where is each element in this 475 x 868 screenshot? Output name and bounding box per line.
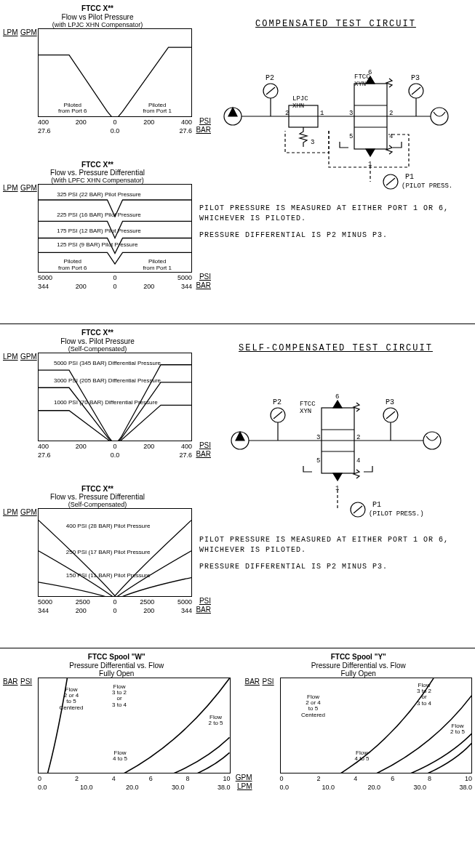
svg-text:P3: P3: [386, 398, 394, 406]
svg-text:(PILOT PRESS.): (PILOT PRESS.): [402, 182, 452, 190]
chart-c3: FTCC X** Flow vs. Pilot Pressure (Self-C…: [3, 329, 192, 481]
plot-area: 35500 30400 20300 200 10100 00 Flow2 or …: [38, 678, 231, 773]
x1-label: PSI: [199, 273, 211, 281]
chart-c4: FTCC X** Flow vs. Pressure Differential …: [3, 485, 192, 637]
line-label: Flow3 to 2or3 to 4: [104, 684, 135, 709]
chart-subtitle: Flow vs Pilot Pressure: [3, 13, 192, 21]
svg-text:P2: P2: [266, 74, 274, 82]
svg-line-4: [266, 87, 275, 95]
line-label: Flow2 to 5: [445, 723, 470, 736]
svg-text:LPJC: LPJC: [292, 95, 308, 103]
section-self-compensated: FTCC X** Flow vs. Pilot Pressure (Self-C…: [0, 324, 475, 648]
plot-area: 3810 308 6 204 102 00 325 PSI (22 BAR) P…: [38, 184, 192, 273]
circuit-diagram-icon: P2 6 1 32 54 FTCCXYN P3 P1 (PILOT PRESS.…: [227, 361, 445, 528]
chart-title: FTCC X**: [3, 161, 192, 169]
line-label: 150 PSI (11 BAR) Pilot Pressure: [66, 573, 151, 579]
plot-area: 3810 308 6 204 102 00 Pilotedfrom Port 6…: [38, 28, 192, 117]
chart-note: Fully Open: [245, 670, 473, 678]
plot-area: 35500 30400 20300 200 10100 00 Flow2 or …: [280, 678, 473, 773]
chart-title: FTCC X**: [3, 329, 192, 337]
y1-label: BAR: [3, 678, 18, 686]
chart-note: Fully Open: [3, 670, 231, 678]
circuit-diagram-icon: P2 LPJCXHN 21 3 6 1 32 54 FTCCXYN P3: [220, 36, 452, 196]
svg-line-25: [412, 87, 420, 95]
line-label: 125 PSI (9 BAR) Pilot Pressure: [57, 242, 137, 248]
annot-left: Pilotedfrom Port 6: [51, 259, 95, 271]
svg-text:1: 1: [320, 110, 324, 117]
chart-c6: FTCC Spool "Y" Pressure Differential vs.…: [245, 653, 473, 813]
chart-subtitle: Flow vs. Pressure Differential: [3, 169, 192, 177]
line-label: 325 PSI (22 BAR) Pilot Pressure: [57, 192, 141, 198]
chart-note: (Self-Compensated): [3, 345, 192, 353]
x1-label: PSI: [199, 441, 211, 449]
y2-label: PSI: [263, 678, 274, 686]
circuit-note-1: PILOT PRESSURE IS MEASURED AT EITHER POR…: [199, 204, 472, 223]
circuit-note-2: PRESSURE DIFFERENTIAL IS P2 MINUS P3.: [199, 562, 472, 572]
chart-subtitle: Flow vs. Pressure Differential: [3, 493, 192, 501]
y2-label: GPM: [20, 353, 37, 361]
y1-label: LPM: [3, 508, 18, 516]
circuit-note-2: PRESSURE DIFFERENTIAL IS P2 MINUS P3.: [199, 230, 472, 241]
chart-title: FTCC X**: [3, 4, 192, 13]
x1-label: PSI: [199, 117, 211, 125]
chart-column-1: FTCC X** Flow vs Pilot Pressure (with LP…: [3, 4, 192, 316]
y2-label: GPM: [20, 28, 37, 36]
svg-text:XYN: XYN: [354, 81, 366, 88]
chart-subtitle: Pressure Differential vs. Flow: [245, 662, 473, 670]
annot-right: Pilotedfrom Port 1: [135, 103, 179, 115]
line-label: 175 PSI (12 BAR) Pilot Pressure: [57, 228, 141, 234]
circuit-title: COMPENSATED TEST CIRCUIT: [199, 19, 472, 29]
x1-label: PSI: [199, 597, 211, 605]
svg-text:XHN: XHN: [292, 103, 304, 110]
line-label: Flow3 to 2or3 to 4: [409, 683, 439, 707]
svg-text:5: 5: [316, 457, 320, 465]
chart-note: (with LPJC XHN Compensator): [3, 21, 192, 28]
chart-c2: FTCC X** Flow vs. Pressure Differential …: [3, 161, 192, 313]
line-label: 400 PSI (28 BAR) Pilot Pressure: [66, 523, 151, 529]
line-label: 5000 PSI (345 BAR) Differential Pressure: [54, 361, 161, 366]
y2-label: GPM: [20, 508, 37, 516]
y2-label: PSI: [20, 678, 32, 686]
line-label: Flow2 or 4to 5Centered: [295, 694, 332, 719]
chart-note: (With LPFC XHN Compensator): [3, 177, 192, 184]
annot-right: Pilotedfrom Port 1: [135, 259, 179, 271]
svg-text:P1: P1: [405, 173, 414, 181]
line-label: 1000 PSI (70 BAR) Differential Pressure: [54, 400, 158, 406]
svg-text:5: 5: [349, 133, 353, 140]
circuit-self: SELF-COMPENSATED TEST CIRCUIT P2 6 1 32 …: [192, 329, 472, 640]
annot-left: Pilotedfrom Port 6: [51, 103, 95, 115]
line-label: Flow2 or 4to 5Centered: [53, 687, 89, 712]
line-label: Flow4 to 5: [108, 750, 132, 763]
svg-text:P2: P2: [273, 398, 282, 406]
svg-text:6: 6: [335, 393, 339, 401]
section-spool-charts: FTCC Spool "W" Pressure Differential vs.…: [0, 648, 475, 817]
svg-text:2: 2: [285, 110, 289, 117]
svg-line-52: [386, 411, 395, 419]
y1-label: LPM: [3, 28, 18, 36]
y1-label: LPM: [3, 184, 18, 192]
x2-label: BAR: [196, 450, 211, 458]
line-label: Flow4 to 5: [350, 750, 375, 763]
y1-label: BAR: [245, 678, 260, 686]
plot-area: 15040 30 10020 5010 00 400 PSI (28 BAR) …: [38, 508, 192, 597]
svg-text:P1: P1: [372, 501, 381, 509]
line-label: 250 PSI (17 BAR) Pilot Pressure: [66, 550, 151, 555]
line-label: 3000 PSI (205 BAR) Differential Pressure: [54, 378, 161, 384]
line-label: Flow2 to 5: [204, 715, 228, 727]
svg-text:4: 4: [356, 457, 360, 465]
circuit-note-1: PILOT PRESSURE IS MEASURED AT EITHER POR…: [199, 535, 472, 555]
circuit-compensated: COMPENSATED TEST CIRCUIT P2 LPJCXHN 21 3…: [192, 4, 472, 316]
x2-label: BAR: [196, 606, 211, 614]
y1-label: LPM: [3, 353, 18, 361]
line-label: 225 PSI (16 BAR) Pilot Pressure: [57, 212, 141, 218]
circuit-title: SELF-COMPENSATED TEST CIRCUIT: [199, 343, 472, 353]
svg-line-57: [354, 506, 362, 513]
svg-text:FTCC: FTCC: [354, 73, 370, 81]
svg-text:3: 3: [311, 139, 314, 146]
chart-title: FTCC X**: [3, 485, 192, 494]
chart-subtitle: Pressure Differential vs. Flow: [3, 662, 231, 670]
chart-subtitle: Flow vs. Pilot Pressure: [3, 337, 192, 345]
chart-column-2: FTCC X** Flow vs. Pilot Pressure (Self-C…: [3, 329, 192, 640]
svg-line-37: [274, 411, 282, 419]
plot-area: 15040 30 10020 5010 00 5000 PSI (345 BAR…: [38, 353, 192, 441]
